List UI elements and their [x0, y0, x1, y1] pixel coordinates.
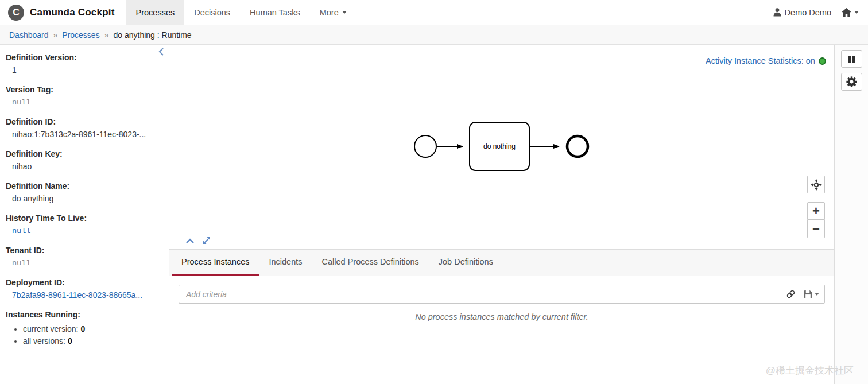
- field-value: nihao:1:7b313c2a-8961-11ec-8023-...: [12, 129, 163, 140]
- field-label: Tenant ID:: [6, 245, 163, 256]
- nav-item-processes[interactable]: Processes: [126, 0, 185, 25]
- empty-results-message: No process instances matched by current …: [179, 312, 825, 321]
- instances-all-versions: all versions:0: [23, 335, 163, 347]
- bpmn-end-event[interactable]: [567, 136, 588, 157]
- field-tenant-id: Tenant ID: null: [6, 245, 163, 269]
- watermark: @稀土掘金技术社区: [766, 364, 854, 377]
- maximize-panel-button[interactable]: [202, 236, 211, 245]
- field-instances-running: Instances Running: current version:0 all…: [6, 309, 163, 347]
- main-nav: Processes Decisions Human Tasks More: [126, 0, 356, 25]
- chevron-down-icon: [854, 11, 859, 14]
- link-icon: [786, 289, 796, 299]
- item-label: all versions:: [23, 336, 65, 346]
- settings-button[interactable]: [841, 73, 862, 91]
- brand[interactable]: C Camunda Cockpit: [0, 0, 123, 25]
- home-menu[interactable]: [842, 8, 859, 17]
- nav-more-label: More: [320, 8, 339, 17]
- nav-item-more[interactable]: More: [310, 0, 356, 25]
- item-value: 0: [80, 324, 85, 333]
- field-label: Version Tag:: [6, 84, 163, 95]
- breadcrumb-dashboard[interactable]: Dashboard: [9, 30, 49, 40]
- breadcrumb-separator: »: [104, 30, 109, 40]
- zoom-in-button[interactable]: +: [807, 202, 825, 220]
- item-value: 0: [68, 336, 72, 346]
- field-value: null: [12, 258, 163, 269]
- field-label: Definition ID:: [6, 116, 163, 127]
- expand-diagonal-icon: [202, 236, 211, 245]
- breadcrumb: Dashboard » Processes » do anything : Ru…: [0, 25, 868, 45]
- field-label: Deployment ID:: [6, 277, 163, 288]
- bpmn-task-label: do nothing: [483, 142, 516, 150]
- copy-filter-link-button[interactable]: [786, 289, 796, 299]
- pause-icon: [848, 55, 855, 63]
- field-version-tag: Version Tag: null: [6, 84, 163, 108]
- tab-process-instances[interactable]: Process Instances: [172, 250, 259, 276]
- tab-content: No process instances matched by current …: [169, 276, 834, 321]
- field-value: 1: [12, 65, 163, 76]
- collapse-panel-button[interactable]: [185, 238, 195, 244]
- nav-item-decisions[interactable]: Decisions: [184, 0, 240, 25]
- collapse-sidebar-button[interactable]: [157, 47, 165, 59]
- breadcrumb-processes[interactable]: Processes: [62, 30, 99, 40]
- tab-incidents[interactable]: Incidents: [259, 250, 312, 276]
- chevron-down-icon: [342, 11, 347, 14]
- field-value-link[interactable]: null: [12, 226, 163, 236]
- floppy-icon: [804, 290, 812, 298]
- nav-item-human-tasks[interactable]: Human Tasks: [240, 0, 310, 25]
- save-filter-button[interactable]: [804, 290, 819, 298]
- field-label: Definition Name:: [6, 180, 163, 192]
- breadcrumb-separator: »: [53, 30, 58, 40]
- field-label: Definition Key:: [6, 148, 163, 160]
- field-label: Instances Running:: [6, 309, 163, 320]
- field-definition-id: Definition ID: nihao:1:7b313c2a-8961-11e…: [6, 116, 163, 140]
- bpmn-start-event[interactable]: [414, 135, 436, 157]
- user-menu[interactable]: Demo Demo: [773, 8, 831, 17]
- camunda-logo-icon: C: [8, 5, 24, 21]
- zoom-out-button[interactable]: −: [807, 220, 825, 238]
- right-toolbar: [834, 45, 868, 384]
- top-navbar: C Camunda Cockpit Processes Decisions Hu…: [0, 0, 868, 25]
- bpmn-diagram-canvas[interactable]: Activity Instance Statistics: on do noth…: [169, 45, 834, 250]
- field-value: do anything: [12, 193, 163, 204]
- definition-sidebar: Definition Version: 1 Version Tag: null …: [0, 45, 169, 384]
- person-icon: [773, 8, 781, 17]
- panel-resize-controls: [185, 236, 211, 245]
- instances-current-version: current version:0: [23, 323, 163, 335]
- pause-refresh-button[interactable]: [841, 50, 862, 68]
- crosshair-icon: [811, 179, 822, 191]
- add-criteria-input[interactable]: [179, 285, 825, 304]
- field-history-ttl: History Time To Live: null: [6, 212, 163, 236]
- deployment-id-link[interactable]: 7b2afa98-8961-11ec-8023-88665a...: [12, 290, 163, 301]
- chevron-left-icon: [157, 47, 165, 56]
- chevron-up-icon: [185, 238, 195, 244]
- camunda-cockpit-page: C Camunda Cockpit Processes Decisions Hu…: [0, 0, 868, 384]
- reset-view-button[interactable]: [807, 176, 825, 193]
- field-label: Definition Version:: [6, 52, 163, 63]
- tab-job-definitions[interactable]: Job Definitions: [429, 250, 503, 276]
- field-deployment-id: Deployment ID: 7b2afa98-8961-11ec-8023-8…: [6, 277, 163, 301]
- detail-tabs: Process Instances Incidents Called Proce…: [169, 250, 834, 276]
- main-panel: Activity Instance Statistics: on do noth…: [169, 45, 834, 384]
- field-label: History Time To Live:: [6, 212, 163, 224]
- field-definition-name: Definition Name: do anything: [6, 180, 163, 204]
- field-definition-key: Definition Key: nihao: [6, 148, 163, 172]
- tab-called-process-definitions[interactable]: Called Process Definitions: [312, 250, 429, 276]
- filter-row: [179, 285, 825, 304]
- breadcrumb-current: do anything : Runtime: [113, 30, 191, 40]
- bpmn-diagram: do nothing: [169, 45, 834, 250]
- field-definition-version: Definition Version: 1: [6, 52, 163, 76]
- item-label: current version:: [23, 324, 78, 333]
- app-title: Camunda Cockpit: [30, 7, 115, 18]
- filter-actions: [786, 285, 819, 304]
- user-name: Demo Demo: [785, 8, 831, 17]
- chevron-down-icon: [815, 293, 819, 296]
- gear-icon: [846, 76, 857, 87]
- field-value: nihao: [12, 161, 163, 172]
- home-icon: [842, 8, 851, 17]
- field-value: null: [12, 97, 163, 108]
- header-right: Demo Demo: [773, 0, 868, 25]
